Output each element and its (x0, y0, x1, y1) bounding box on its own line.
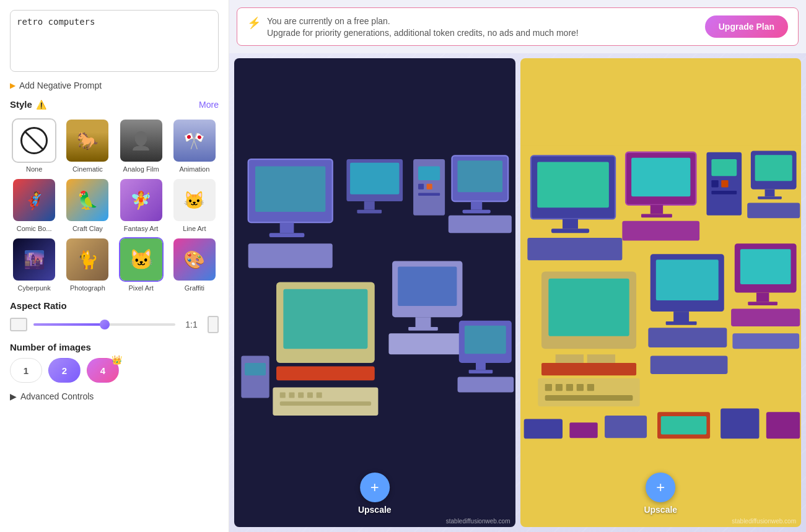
pixel-art-yellow-svg (520, 58, 802, 527)
style-grid: None 🐎 Cinematic 👤 Analog Film 🎌 Animati… (10, 118, 219, 292)
svg-rect-59 (711, 191, 737, 194)
style-item-none[interactable]: None (10, 118, 58, 173)
svg-rect-73 (566, 384, 572, 391)
style-thumb-pixel-art: 🐱 (119, 237, 164, 282)
svg-rect-27 (289, 392, 294, 398)
num-images-4-button[interactable]: 4 👑 (87, 358, 119, 383)
style-thumb-analog: 👤 (119, 118, 164, 163)
image-card-2: + Upscale stablediffusionweb.com (520, 58, 802, 527)
style-name-pixel-art: Pixel Art (128, 284, 153, 292)
style-thumb-animation: 🎌 (172, 118, 217, 163)
cyberpunk-preview: 🌆 (13, 238, 55, 281)
add-negative-prompt[interactable]: ▶ Add Negative Prompt (10, 81, 219, 90)
style-item-craft-clay[interactable]: 🦜 Craft Clay (63, 178, 112, 232)
svg-rect-66 (548, 279, 629, 336)
style-item-fantasy-art[interactable]: 🧚 Fantasy Art (117, 178, 165, 232)
style-item-photograph[interactable]: 🐈 Photograph (63, 237, 112, 292)
svg-rect-67 (555, 354, 583, 363)
style-item-cinematic[interactable]: 🐎 Cinematic (63, 118, 112, 173)
warning-icon: ⚠️ (36, 100, 46, 110)
svg-rect-34 (416, 317, 431, 327)
aspect-ratio-label: Aspect Ratio (10, 300, 219, 311)
craft-clay-preview: 🦜 (66, 179, 108, 221)
svg-rect-54 (622, 221, 699, 241)
style-more-link[interactable]: More (199, 100, 219, 110)
svg-rect-31 (280, 401, 371, 406)
svg-rect-93 (766, 412, 799, 438)
svg-rect-41 (476, 363, 486, 370)
right-panel: ⚡ You are currently on a free plan. Upgr… (229, 0, 806, 532)
style-section-header: Style ⚠️ More (10, 99, 219, 110)
style-item-line-art[interactable]: 🐱 Line Art (170, 178, 219, 232)
style-item-comic[interactable]: 🦸 Comic Bo... (10, 178, 58, 232)
lightning-icon: ⚡ (247, 16, 261, 30)
svg-rect-33 (398, 267, 457, 306)
style-name-fantasy: Fantasy Art (124, 225, 159, 232)
style-name-line-art: Line Art (183, 225, 206, 232)
upgrade-banner: ⚡ You are currently on a free plan. Upgr… (237, 7, 799, 46)
prompt-input[interactable]: retro computers (10, 10, 219, 72)
upscale-button-1[interactable]: + (360, 473, 390, 502)
style-item-cyberpunk[interactable]: 🌆 Cyberpunk (10, 237, 58, 292)
svg-rect-63 (758, 196, 782, 199)
style-name-animation: Animation (179, 165, 209, 173)
num-images-1-button[interactable]: 1 (10, 358, 42, 383)
watermark-2: stablediffusionweb.com (732, 518, 796, 525)
svg-rect-89 (605, 416, 647, 438)
svg-rect-51 (631, 158, 690, 196)
svg-rect-19 (449, 216, 512, 233)
svg-rect-62 (764, 190, 774, 196)
svg-rect-48 (551, 229, 589, 233)
svg-rect-47 (563, 219, 578, 229)
style-name-cyberpunk: Cyberpunk (18, 284, 51, 292)
svg-rect-72 (555, 384, 562, 391)
slider-thumb[interactable] (100, 320, 110, 329)
svg-rect-30 (317, 392, 322, 398)
style-item-animation[interactable]: 🎌 Animation (170, 118, 219, 173)
upscale-button-2[interactable]: + (646, 473, 675, 502)
watermark-1: stablediffusionweb.com (446, 518, 510, 525)
svg-rect-26 (280, 392, 286, 398)
style-item-analog-film[interactable]: 👤 Analog Film (117, 118, 165, 173)
svg-rect-35 (408, 327, 438, 331)
style-thumb-cinematic: 🐎 (65, 118, 110, 163)
svg-rect-37 (241, 356, 269, 398)
style-item-graffiti[interactable]: 🎨 Graffiti (170, 237, 219, 292)
svg-rect-53 (641, 214, 672, 218)
style-name-graffiti: Graffiti (185, 284, 204, 292)
pixel-cat-icon: 🐱 (129, 248, 154, 271)
svg-rect-2 (255, 166, 325, 212)
banner-text: You are currently on a free plan. Upgrad… (267, 16, 579, 38)
svg-rect-85 (748, 302, 778, 305)
svg-rect-8 (364, 201, 375, 210)
svg-rect-42 (469, 370, 493, 373)
style-thumb-graffiti: 🎨 (172, 237, 217, 282)
style-item-pixel-art[interactable]: 🐱 Pixel Art (117, 237, 165, 292)
retro-computers-dark (234, 58, 515, 527)
svg-rect-57 (711, 180, 718, 187)
style-thumb-fantasy: 🧚 (119, 178, 164, 222)
advanced-controls-label: Advanced Controls (20, 391, 94, 401)
svg-rect-74 (576, 384, 583, 391)
no-symbol-icon (20, 127, 48, 154)
svg-rect-88 (569, 422, 597, 438)
comic-preview: 🦸 (13, 179, 55, 221)
advanced-controls[interactable]: ▶ Advanced Controls (10, 391, 219, 401)
aspect-ratio-slider-track[interactable] (33, 323, 175, 326)
svg-rect-14 (418, 193, 440, 196)
banner-title: You are currently on a free plan. (267, 16, 579, 26)
style-thumb-line-art: 🐱 (172, 178, 217, 222)
num-images-2-button[interactable]: 2 (48, 358, 81, 383)
svg-rect-43 (458, 377, 514, 393)
upgrade-plan-button[interactable]: Upgrade Plan (705, 15, 788, 38)
animation-preview: 🎌 (173, 120, 216, 162)
svg-rect-3 (280, 222, 294, 233)
aspect-ratio-row: 1:1 (10, 316, 219, 333)
slider-fill (33, 323, 105, 326)
fantasy-preview: 🧚 (120, 179, 162, 221)
pixel-art-preview: 🐱 (120, 238, 162, 281)
svg-rect-87 (523, 419, 562, 439)
style-name-cinematic: Cinematic (72, 165, 103, 173)
banner-description: Upgrade for priority generations, additi… (267, 28, 579, 38)
svg-rect-56 (711, 159, 737, 176)
